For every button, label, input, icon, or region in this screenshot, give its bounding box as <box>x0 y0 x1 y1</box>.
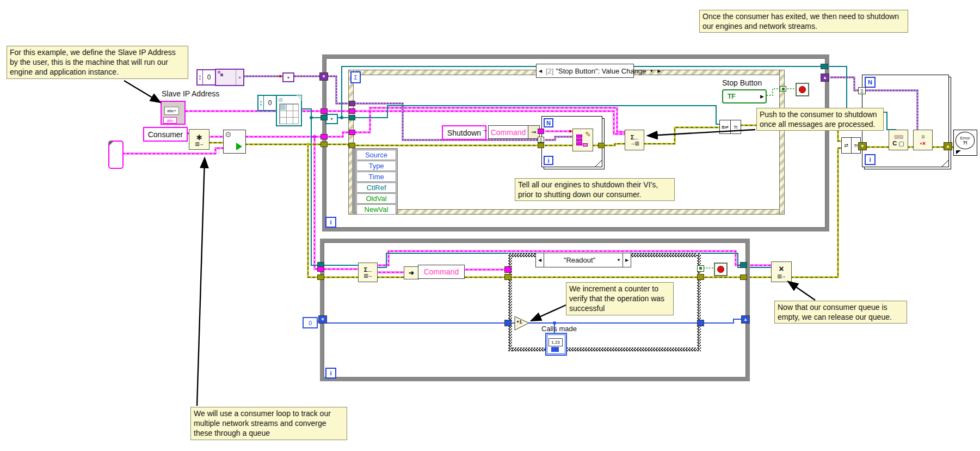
tunnel <box>598 143 605 148</box>
coercion-dot <box>279 75 282 78</box>
comment-shutdown-engines: Once the consumer has exited, we then ne… <box>699 10 908 33</box>
gear-icon: ⚙ <box>225 130 232 139</box>
start-async-call-node[interactable]: ⚙ <box>223 130 246 154</box>
event-data-node[interactable]: Source Type Time CtlRef OldVal NewVal <box>352 148 398 214</box>
tunnel <box>538 143 544 148</box>
event-structure-border-bottom[interactable] <box>348 209 785 215</box>
comment-release-queue: Now that our consumer queue is empty, we… <box>774 301 907 324</box>
run-arrow-icon <box>236 143 242 150</box>
enqueue-element-node[interactable]: Σ… →▥ <box>625 130 644 150</box>
tunnel <box>317 275 324 280</box>
calls-made-label: Calls made <box>541 325 577 333</box>
upper-loop-iteration-terminal[interactable]: i <box>325 217 336 228</box>
release-queue-node[interactable]: × ▥→ <box>771 261 792 282</box>
event-timeout-terminal[interactable]: Σ <box>350 71 361 83</box>
variant-to-data-node[interactable]: ➜ <box>404 266 419 279</box>
tunnel <box>349 143 355 148</box>
event-prev-case-button[interactable]: ◀ <box>537 69 544 74</box>
tunnel <box>349 130 355 135</box>
ring-dropdown[interactable]: ▼ <box>236 70 243 85</box>
destroy-engine-node[interactable]: ≣ ▪× <box>913 130 933 150</box>
comment-increment-counter: We increment a counter to verify that th… <box>566 282 674 315</box>
tunnel <box>349 101 355 106</box>
command-indicator[interactable]: Command <box>418 265 465 279</box>
slave-ip-label: Slave IP Address <box>162 89 219 98</box>
tunnel <box>349 108 355 114</box>
case-structure-border-bottom[interactable] <box>508 348 701 351</box>
string-bracket-constant[interactable] <box>108 141 124 169</box>
fold-corner-icon <box>109 141 114 146</box>
shutdown-string-constant[interactable]: Shutdown <box>442 125 486 140</box>
no-entry-icon: ⊘ <box>278 96 283 103</box>
obtain-queue-node[interactable]: ∗ ▥→ <box>189 129 209 150</box>
lower-loop-stop-terminal[interactable] <box>714 263 728 276</box>
command-enum-constant[interactable]: Command ➞ <box>488 125 540 139</box>
wire-junction <box>313 135 316 138</box>
tunnel <box>821 64 828 69</box>
event-structure-header: ◀ [2]"Stop Button": Value Change ▼ ▶ <box>536 64 634 78</box>
event-field-newval[interactable]: NewVal <box>356 204 396 215</box>
case-header-label[interactable]: "Readout" <box>544 256 615 264</box>
dequeue-element-node[interactable]: Σ… ▥→ <box>358 263 378 282</box>
shift-register[interactable]: ▲ <box>821 74 829 82</box>
event-field-source[interactable]: Source <box>356 150 396 160</box>
lower-while-loop[interactable] <box>320 239 750 381</box>
string-terminal-tag: abc <box>163 117 177 124</box>
tunnel <box>538 129 544 134</box>
wire-junction <box>310 116 313 119</box>
tunnel <box>697 274 704 280</box>
indexingtunnel: [] <box>538 137 544 143</box>
array-constant[interactable]: ⊘ <box>276 95 302 126</box>
comment-tell-engines: Tell all our engines to shutdown their V… <box>515 178 675 201</box>
case-dropdown[interactable]: ▼ <box>615 258 622 263</box>
pencil-icon: ✎ <box>585 130 591 138</box>
increment-label: +1 <box>516 319 522 325</box>
close-connection-node[interactable]: ▧/▨ C ▢ <box>889 130 908 150</box>
typecast-squiggle: ~ <box>483 127 487 135</box>
lower-loop-iteration-terminal[interactable]: i <box>325 368 336 379</box>
tunnel <box>697 320 704 326</box>
event-field-type[interactable]: Type <box>356 161 396 171</box>
tunnel <box>349 115 355 120</box>
indexingtunnel: [] <box>858 87 866 94</box>
event-field-time[interactable]: Time <box>356 172 396 182</box>
flatten-status-node[interactable]: ≣⇄ ?! <box>719 120 741 134</box>
inner-for-loop-count[interactable]: N <box>544 118 553 127</box>
consumer-string-constant[interactable]: Consumer <box>143 127 188 142</box>
case-prev-button[interactable]: ◀ <box>536 258 544 263</box>
stop-button-terminal[interactable]: TF▶ <box>722 89 767 103</box>
tunnel <box>504 274 511 280</box>
calls-made-indicator[interactable]: 1.23 <box>545 333 567 356</box>
bubble-tail-icon <box>956 150 961 154</box>
shutdown-for-loop-count[interactable]: N <box>865 77 876 88</box>
case-next-button[interactable]: ▶ <box>623 258 631 263</box>
tunnel <box>320 134 328 139</box>
simple-error-handler-node[interactable]: Error ?! <box>953 130 977 156</box>
event-field-oldval[interactable]: OldVal <box>356 193 396 204</box>
array-index-display[interactable]: ▲▼0 <box>257 95 277 111</box>
event-next-case-button[interactable]: ▶ <box>655 69 663 74</box>
shutdown-for-loop-iterator[interactable]: i <box>865 154 876 165</box>
slave-ip-string-control[interactable]: abc‣ abc <box>161 101 186 125</box>
shift-register[interactable]: ▼ <box>319 72 328 81</box>
network-stream-write-node[interactable]: ✎ <box>572 129 593 151</box>
tunnel <box>740 275 747 280</box>
upper-loop-stop-terminal[interactable] <box>796 83 809 96</box>
labview-block-diagram: i Σ ◀ [2]"Stop Button": Value Change ▼ ▶… <box>0 0 980 451</box>
array-fold-icon <box>296 95 301 101</box>
comment-define-ip: For this example, we define the Slave IP… <box>7 46 188 79</box>
case-structure-header: ◀ "Readout" ▼ ▶ <box>535 253 631 267</box>
numeric-constant-priority[interactable]: ▲▼0 <box>196 69 216 86</box>
event-field-ctlref[interactable]: CtlRef <box>356 182 396 193</box>
event-case-dropdown[interactable]: ▼ <box>648 69 655 74</box>
shift-register[interactable]: ▼ <box>858 142 867 150</box>
shift-register[interactable]: ▲ <box>944 142 952 150</box>
to-variant-conversion-node[interactable]: ▼ <box>282 72 294 82</box>
event-header-label[interactable]: [2]"Stop Button": Value Change <box>544 67 648 75</box>
shift-register[interactable]: ▲ <box>741 315 750 324</box>
inner-for-loop-iterator[interactable]: i <box>544 156 553 165</box>
shift-register[interactable]: ▼ <box>318 315 327 324</box>
tunnel <box>504 320 511 326</box>
ring-constant[interactable]: ▼ <box>215 69 244 86</box>
counter-init-constant[interactable]: 0 <box>303 317 318 328</box>
